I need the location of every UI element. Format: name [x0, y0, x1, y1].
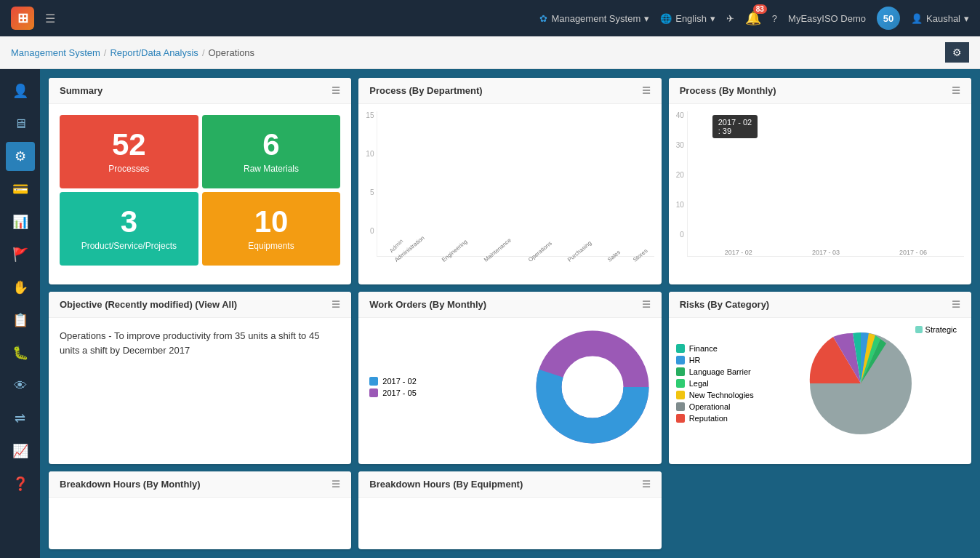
sidebar-item-chart[interactable]: 📊 — [6, 207, 35, 236]
tile-equip-num: 10 — [209, 207, 334, 237]
objective-body: Operations - To improve productivity fro… — [49, 318, 351, 368]
breakdown-monthly-card: Breakdown Hours (By Monthly) ☰ — [49, 471, 351, 549]
objective-menu[interactable]: ☰ — [332, 299, 340, 310]
sidebar-item-bug[interactable]: 🐛 — [6, 338, 35, 367]
breakdown-monthly-menu[interactable]: ☰ — [332, 479, 340, 490]
summary-card: Summary ☰ 52 Processes 6 Raw Materials 3… — [49, 78, 351, 284]
objective-card: Objective (Recently modified) (View All)… — [49, 292, 351, 464]
notification-badge: 83 — [753, 4, 767, 14]
tile-products-label: Product/Service/Projects — [67, 241, 191, 251]
legend-language: Language Barrier — [676, 367, 754, 376]
work-orders-header: Work Orders (By Monthly) ☰ — [358, 292, 661, 318]
breakdown-equipment-card: Breakdown Hours (By Equipment) ☰ — [358, 471, 661, 549]
tile-processes-num: 52 — [67, 129, 191, 160]
process-monthly-header: Process (By Monthly) ☰ — [669, 78, 971, 104]
dept-chart-area: 15 10 5 0 Admin — [366, 111, 654, 257]
help-button[interactable]: ? — [772, 13, 777, 24]
risks-menu[interactable]: ☰ — [952, 299, 960, 310]
tile-products-num: 3 — [67, 207, 191, 237]
work-orders-legend: 2017 - 02 2017 - 05 — [369, 377, 416, 397]
settings-button[interactable]: ⚙ — [945, 42, 969, 63]
work-orders-body: 2017 - 02 2017 - 05 — [358, 318, 661, 456]
hamburger-menu[interactable]: ☰ — [45, 12, 55, 25]
sidebar-item-settings[interactable]: ⚙ — [6, 142, 35, 171]
breadcrumb-report[interactable]: Report/Data Analysis — [110, 47, 198, 58]
process-dept-menu[interactable]: ☰ — [642, 85, 651, 96]
risks-body: Finance HR Language Barrier Legal — [669, 318, 971, 449]
monthly-tooltip: 2017 - 02 : 39 — [712, 115, 758, 138]
process-by-monthly-card: Process (By Monthly) ☰ 2017 - 02 : 39 40… — [669, 78, 971, 284]
sidebar: 👤 🖥 ⚙ 💳 📊 🚩 ✋ 📋 🐛 👁 ⇌ 📈 ❓ — [0, 69, 40, 558]
process-monthly-body: 2017 - 02 : 39 40 30 20 10 0 2017 - 0 — [669, 104, 971, 264]
legend-new-tech: New Technologies — [676, 391, 754, 399]
sidebar-item-card[interactable]: 💳 — [6, 175, 35, 204]
tile-raw-materials[interactable]: 6 Raw Materials — [202, 115, 341, 188]
work-orders-donut-chart — [534, 329, 651, 445]
user-avatar: 50 — [877, 7, 900, 30]
sidebar-item-clipboard[interactable]: 📋 — [6, 306, 35, 335]
risks-header: Risks (By Category) ☰ — [669, 292, 971, 318]
bar-2017-06: 2017 - 06 — [877, 247, 949, 256]
monthly-y-axis: 40 30 20 10 0 — [676, 111, 687, 257]
language-menu[interactable]: 🌐 English ▾ — [660, 13, 715, 24]
app-logo[interactable]: ⊞ — [11, 7, 34, 30]
connect-icon[interactable]: ✈ — [726, 13, 734, 24]
sidebar-item-user[interactable]: 👤 — [6, 76, 35, 105]
process-dept-body: 15 10 5 0 Admin — [358, 104, 661, 272]
process-dept-header: Process (By Department) ☰ — [358, 78, 661, 104]
breadcrumb-bar: Management System / Report/Data Analysis… — [0, 36, 980, 69]
process-monthly-title: Process (By Monthly) — [680, 85, 776, 96]
legend-reputation: Reputation — [676, 414, 754, 423]
sidebar-item-flag[interactable]: 🚩 — [6, 240, 35, 269]
summary-card-header: Summary ☰ — [49, 78, 351, 104]
dept-bars-container: Admin — [377, 111, 654, 257]
bar-2017-03: 2017 - 03 — [790, 247, 862, 256]
strategic-legend: Strategic — [915, 325, 957, 334]
tile-products[interactable]: 3 Product/Service/Projects — [60, 192, 198, 266]
breakdown-equipment-header: Breakdown Hours (By Equipment) ☰ — [358, 471, 661, 498]
objective-header: Objective (Recently modified) (View All)… — [49, 292, 351, 318]
summary-menu-icon[interactable]: ☰ — [332, 85, 340, 96]
work-orders-card: Work Orders (By Monthly) ☰ 2017 - 02 201… — [358, 292, 661, 464]
risks-title: Risks (By Category) — [680, 299, 770, 310]
svg-point-2 — [562, 356, 623, 418]
legend-2017-02: 2017 - 02 — [369, 377, 416, 386]
legend-2017-05: 2017 - 05 — [369, 388, 416, 397]
breakdown-equipment-menu[interactable]: ☰ — [642, 479, 651, 490]
tile-processes[interactable]: 52 Processes — [60, 115, 198, 188]
dept-y-axis: 15 10 5 0 — [366, 111, 377, 257]
sidebar-item-monitor[interactable]: 🖥 — [6, 109, 35, 138]
summary-title: Summary — [60, 85, 103, 96]
legend-operational: Operational — [676, 402, 754, 411]
breakdown-equipment-title: Breakdown Hours (By Equipment) — [369, 479, 523, 490]
management-system-menu[interactable]: ✿ Management System ▾ — [539, 13, 649, 24]
top-nav: ⊞ ☰ ✿ Management System ▾ 🌐 English ▾ ✈ … — [0, 0, 980, 36]
work-orders-menu[interactable]: ☰ — [642, 299, 651, 310]
tile-raw-label: Raw Materials — [209, 164, 334, 174]
risks-pie-chart — [803, 325, 919, 442]
tile-equip-label: Equipments — [209, 241, 334, 251]
main-content: Summary ☰ 52 Processes 6 Raw Materials 3… — [40, 69, 980, 558]
legend-finance: Finance — [676, 344, 754, 353]
sidebar-item-eye[interactable]: 👁 — [6, 371, 35, 400]
process-monthly-menu[interactable]: ☰ — [952, 85, 960, 96]
summary-tiles: 52 Processes 6 Raw Materials 3 Product/S… — [60, 115, 340, 266]
objective-title: Objective (Recently modified) (View All) — [60, 299, 237, 310]
notification-bell[interactable]: 🔔 83 — [745, 10, 761, 26]
breakdown-monthly-title: Breakdown Hours (By Monthly) — [60, 479, 201, 490]
summary-card-body: 52 Processes 6 Raw Materials 3 Product/S… — [49, 104, 351, 276]
dept-x-labels: Administration Engineering Maintenance O… — [387, 258, 654, 265]
sidebar-item-transfer[interactable]: ⇌ — [6, 404, 35, 433]
process-by-dept-card: Process (By Department) ☰ 15 10 5 0 Admi… — [358, 78, 661, 284]
user-menu[interactable]: 👤 Kaushal ▾ — [911, 13, 969, 24]
tile-equipments[interactable]: 10 Equipments — [202, 192, 341, 266]
legend-hr: HR — [676, 356, 754, 364]
breadcrumb-management[interactable]: Management System — [11, 47, 100, 58]
tile-processes-label: Processes — [67, 164, 191, 174]
app-name: MyEasyISO Demo — [788, 13, 866, 24]
sidebar-item-help[interactable]: ❓ — [6, 469, 35, 498]
sidebar-item-hand[interactable]: ✋ — [6, 273, 35, 302]
legend-legal: Legal — [676, 379, 754, 388]
bar-2017-02: 2017 - 02 — [702, 247, 775, 256]
sidebar-item-trending[interactable]: 📈 — [6, 437, 35, 466]
